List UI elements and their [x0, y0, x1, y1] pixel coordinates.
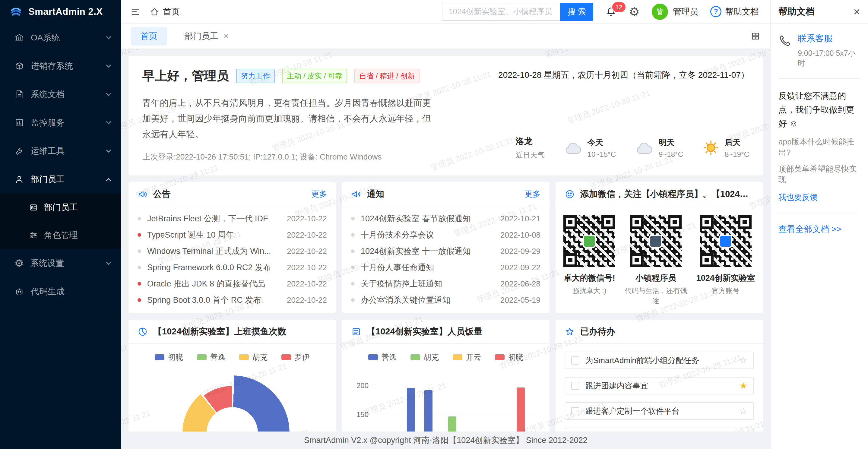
list-item[interactable]: 办公室消杀关键位置通知2022-05-19 [351, 292, 540, 308]
badge-improve: 自省 / 精进 / 创新 [354, 69, 420, 83]
todo-item-cut[interactable]: ☆ [565, 427, 754, 431]
legend-item[interactable]: 开云 [453, 352, 481, 362]
notice-list: 1024创新实验室 春节放假通知2022-10-21 十月份技术分享会议2022… [342, 206, 550, 308]
legend-item[interactable]: 罗伊 [281, 352, 310, 362]
bar [448, 416, 456, 431]
welcome-right: 2022-10-28 星期五，农历十月初四（当前霜降，立冬 2022-11-07… [498, 68, 749, 164]
help-panel-title: 帮助文档 [778, 5, 815, 18]
todo-item[interactable]: 为SmartAdmin前端小组分配任务 ☆ [565, 352, 754, 369]
list-item[interactable]: 关于疫情防控上班通知2022-06-28 [351, 276, 540, 292]
view-all-docs-link[interactable]: 查看全部文档 >> [778, 223, 860, 235]
star-outline-icon[interactable]: ☆ [739, 356, 747, 365]
legend-item[interactable]: 初晓 [155, 352, 183, 362]
card-title: 添加微信，关注【小镇程序员】、【1024创新实验室】 [580, 188, 754, 200]
bullet-dot-red [137, 282, 141, 286]
tab-layout-grid-icon[interactable] [750, 31, 761, 41]
legend-swatch [453, 354, 462, 360]
list-item[interactable]: Spring Framework 6.0.0 RC2 发布2022-10-22 [137, 259, 327, 276]
sidebar-item-ops-tools[interactable]: 运维工具 [0, 137, 121, 165]
list-item[interactable]: Oracle 推出 JDK 8 的直接替代品2022-10-22 [137, 276, 327, 292]
list-item[interactable]: TypeScript 诞生 10 周年2022-10-22 [137, 227, 327, 243]
item-text: 1024创新实验室 十一放假通知 [361, 246, 494, 257]
bullet-dot [351, 233, 355, 237]
more-link[interactable]: 更多 [311, 189, 327, 199]
list-item[interactable]: Spring Boot 3.0.0 首个 RC 发布2022-10-22 [137, 292, 327, 308]
chevron-down-icon [106, 260, 111, 265]
bullet-dot [351, 217, 355, 220]
search-input[interactable] [442, 3, 560, 21]
tab-close-icon[interactable]: × [224, 31, 228, 41]
help-docs-button[interactable]: ? 帮助文档 [710, 6, 759, 18]
meal-bars: 200 150 [352, 367, 539, 431]
settings-gear-icon[interactable]: ⚙ [629, 5, 640, 19]
checkbox[interactable] [571, 382, 579, 390]
item-date: 2022-10-22 [287, 230, 327, 240]
sidebar-subitem-dept-employee[interactable]: 部门员工 [0, 194, 121, 221]
list-item[interactable]: 1024创新实验室 春节放假通知2022-10-21 [351, 211, 540, 227]
list-item[interactable]: JetBrains Fleet 公测，下一代 IDE2022-10-22 [137, 211, 327, 227]
close-icon[interactable]: × [854, 6, 860, 18]
legend-item[interactable]: 胡克 [239, 352, 268, 362]
item-date: 2022-05-19 [500, 295, 540, 305]
weather-day-temp: 10~15°C [588, 150, 616, 159]
tab-dept-employee[interactable]: 部门员工 × [185, 30, 228, 42]
sidebar-item-docs[interactable]: 系统文档 [0, 80, 121, 108]
list-item[interactable]: 十月份技术分享会议2022-10-08 [351, 227, 540, 243]
footer: SmartAdmin V2.x @copyright 河南·洛阳【1024创新实… [121, 431, 770, 449]
content-area: 管理员 2022-10-28 11:21管理员 2022-10-28 11:21… [121, 49, 770, 431]
app-logo[interactable]: SmartAdmin 2.X [0, 0, 121, 24]
bullet-dot [351, 282, 355, 286]
megaphone-icon [137, 189, 148, 199]
sidebar-item-label: 系统文档 [31, 89, 100, 100]
user-menu[interactable]: 管 管理员 [652, 4, 698, 20]
star-filled-icon[interactable]: ★ [739, 381, 747, 390]
notification-badge: 12 [611, 1, 626, 13]
weather-label: 近日天气 [516, 150, 545, 160]
user-name: 管理员 [673, 6, 698, 18]
checkbox[interactable] [571, 407, 579, 415]
cloud-icon [634, 140, 654, 155]
sidebar-item-dept-employee[interactable]: 部门员工 [0, 165, 121, 194]
card-title: 已办待办 [580, 326, 754, 338]
legend-item[interactable]: 善逸 [368, 352, 397, 362]
legend-item[interactable]: 初晓 [495, 352, 523, 362]
star-outline-icon[interactable]: ☆ [739, 407, 747, 416]
list-item[interactable]: 1024创新实验室 十一放假通知2022-09-29 [351, 243, 540, 259]
question-circle-icon: ? [710, 6, 721, 17]
sidebar-subitem-roles[interactable]: 角色管理 [0, 221, 121, 249]
help-label: 帮助文档 [725, 6, 759, 18]
sidebar-item-codegen[interactable]: 代码生成 [0, 278, 121, 306]
tab-home[interactable]: 首页 [131, 27, 167, 45]
todo-item[interactable]: 跟进客户定制一个软件平台 ☆ [565, 402, 754, 420]
sidebar-item-monitor[interactable]: 监控服务 [0, 108, 121, 137]
chevron-down-icon [106, 91, 111, 96]
y-tick-label: 150 [352, 410, 369, 419]
sidebar-item-oa[interactable]: OA系统 [0, 24, 121, 52]
search-button[interactable]: 搜 索 [560, 3, 593, 21]
todo-item[interactable]: 跟进团建内容事宜 ★ [565, 377, 754, 394]
feedback-link[interactable]: 我也要反馈 [778, 192, 818, 203]
home-icon[interactable] [150, 7, 159, 17]
item-date: 2022-10-21 [500, 214, 540, 223]
sidebar-item-inventory[interactable]: 进销存系统 [0, 52, 121, 80]
legend-swatch [368, 354, 378, 360]
legend-item[interactable]: 胡克 [410, 352, 439, 362]
sun-icon [702, 139, 720, 157]
checkbox[interactable] [571, 356, 579, 364]
notifications-button[interactable]: 12 [605, 6, 617, 18]
legend-item[interactable]: 善逸 [197, 352, 225, 362]
document-icon [14, 90, 24, 99]
sidebar: SmartAdmin 2.X OA系统 进销存系统 系统文档 监控服务 运维工具… [0, 0, 121, 449]
qr-column: 卓大的微信号! 骚扰卓大 :) [563, 215, 615, 306]
card-title: 公告 [153, 188, 306, 200]
more-link[interactable]: 更多 [525, 189, 540, 199]
last-login-text: 上次登录:2022-10-26 17:50:51; IP:127.0.0.1; … [142, 152, 435, 162]
monitor-chart-icon [14, 118, 24, 128]
list-item[interactable]: Windows Terminal 正式成为 Win...2022-10-22 [137, 243, 327, 259]
watermark-text: 管理员 2022-10-28 11:21 [643, 49, 770, 50]
collapse-menu-icon[interactable] [130, 7, 141, 17]
weather-day-temp: 8~19°C [725, 150, 749, 159]
sidebar-item-settings[interactable]: ⚙ 系统设置 [0, 249, 121, 278]
contact-support-link[interactable]: 联系客服 [798, 33, 860, 44]
list-item[interactable]: 十月份人事任命通知2022-09-22 [351, 259, 540, 276]
